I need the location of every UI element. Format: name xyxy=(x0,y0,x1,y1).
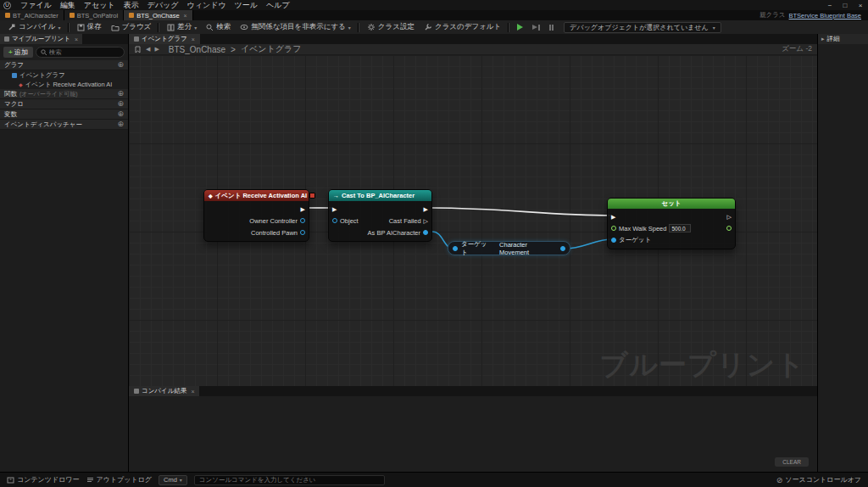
toolbar-separator xyxy=(509,23,509,32)
node-cast-to-bp-aicharacter[interactable]: → Cast To BP_AICharacter ▶ ▶ Object Cast… xyxy=(328,189,432,242)
exec-out-pin[interactable]: ▶ xyxy=(424,206,428,212)
compile-button[interactable]: コンパイル ▾ xyxy=(3,20,65,35)
find-button[interactable]: 検索 xyxy=(202,20,235,35)
breadcrumb-leaf[interactable]: イベントグラフ xyxy=(241,43,302,55)
data-wire-charmove-to-set[interactable] xyxy=(565,239,613,249)
graph-icon xyxy=(12,73,17,78)
menu-edit[interactable]: 編集 xyxy=(56,0,80,11)
stop-button[interactable] xyxy=(545,20,558,35)
node-header: セット xyxy=(608,199,735,209)
node-header: → Cast To BP_AICharacter xyxy=(329,190,431,201)
blueprint-searchbox xyxy=(36,47,125,58)
as-bp-aicharacter-pin[interactable] xyxy=(423,230,428,235)
add-variable-icon[interactable]: ⊕ xyxy=(117,110,124,118)
back-arrow-icon[interactable]: ◀ xyxy=(146,46,150,53)
close-icon[interactable]: × xyxy=(191,389,194,395)
max-walk-speed-out-pin[interactable] xyxy=(726,226,732,231)
content-drawer-button[interactable]: コンテンツドロワー xyxy=(7,475,80,484)
browse-label: ブラウズ xyxy=(122,22,152,32)
close-icon[interactable]: × xyxy=(75,36,78,42)
add-graph-icon[interactable]: ⊕ xyxy=(117,61,124,69)
add-function-icon[interactable]: ⊕ xyxy=(117,90,124,98)
tab-compile-results[interactable]: コンパイル結果 × xyxy=(129,386,199,396)
chevron-down-icon[interactable]: ▾ xyxy=(348,25,351,31)
save-button[interactable]: 保存 xyxy=(73,20,106,35)
menu-debug[interactable]: デバッグ xyxy=(143,0,183,11)
exec-out-pin[interactable]: ▷ xyxy=(727,214,732,220)
console-command-input[interactable] xyxy=(194,475,385,485)
menu-help[interactable]: ヘルプ xyxy=(262,0,294,11)
parent-class-link[interactable]: BTService Blueprint Base xyxy=(789,12,861,20)
add-dispatcher-icon[interactable]: ⊕ xyxy=(117,120,124,128)
chevron-down-icon[interactable]: ▾ xyxy=(194,25,197,31)
cast-failed-exec-pin[interactable]: ▷ xyxy=(424,218,428,224)
asset-icon xyxy=(5,13,10,18)
content-drawer-label: コンテンツドロワー xyxy=(17,475,80,484)
max-walk-speed-value-input[interactable] xyxy=(669,224,691,232)
source-control-status[interactable]: ⊘ ソースコントロールオフ xyxy=(776,475,861,484)
asset-tab-label: BT_AICharacter xyxy=(13,12,58,20)
asset-tab-bt-aicharacter[interactable]: BT_AICharacter xyxy=(0,10,64,20)
browse-button[interactable]: ブラウズ xyxy=(107,20,156,35)
forward-arrow-icon[interactable]: ▶ xyxy=(154,46,159,53)
graph-canvas[interactable]: ◆ イベント Receive Activation AI ▶ Owner Con… xyxy=(129,55,817,386)
asset-tab-bts-onpatrol[interactable]: BTS_OnPatrol xyxy=(64,10,124,20)
menu-tools[interactable]: ツール xyxy=(231,0,262,11)
owner-controller-pin[interactable] xyxy=(300,218,305,223)
exec-wire-cast-to-set[interactable] xyxy=(432,208,613,216)
hide-unrelated-button[interactable]: 無関係な項目を非表示にする ▾ xyxy=(236,20,355,35)
maximize-button[interactable]: □ xyxy=(837,2,853,9)
class-defaults-button[interactable]: クラスのデフォルト xyxy=(420,20,505,35)
target-pin[interactable] xyxy=(611,238,616,243)
chevron-down-icon[interactable]: ▾ xyxy=(58,25,61,31)
close-icon[interactable]: × xyxy=(192,36,195,42)
pin-label-as-bp-aicharacter: As BP AICharacter xyxy=(368,229,420,237)
close-button[interactable]: × xyxy=(853,2,868,9)
add-button[interactable]: + 追加 xyxy=(3,47,33,58)
exec-in-pin[interactable]: ▶ xyxy=(611,214,615,220)
graph-tab-label: イベントグラフ xyxy=(142,35,187,43)
item-eventgraph[interactable]: イベントグラフ xyxy=(0,70,128,80)
node-title: Cast To BP_AICharacter xyxy=(342,192,415,199)
clear-button[interactable]: CLEAR xyxy=(775,457,809,467)
item-event-receive-activation[interactable]: ◆ イベント Receive Activation AI xyxy=(0,80,128,89)
menu-window[interactable]: ウィンドウ xyxy=(183,0,231,11)
class-settings-button[interactable]: クラス設定 xyxy=(363,20,419,35)
tab-my-blueprint[interactable]: マイブループリント × xyxy=(0,34,82,44)
controlled-pawn-pin[interactable] xyxy=(300,230,305,235)
section-variables[interactable]: 変数 ⊕ xyxy=(0,109,128,120)
character-movement-out-pin[interactable] xyxy=(560,246,565,251)
output-log-button[interactable]: アウトプットログ xyxy=(86,475,153,484)
close-icon[interactable]: × xyxy=(184,13,187,19)
breadcrumb-root[interactable]: BTS_OnChase xyxy=(169,45,225,54)
asset-tab-bts-onchase[interactable]: BTS_OnChase × xyxy=(124,10,193,20)
menu-file[interactable]: ファイル xyxy=(16,0,56,11)
node-get-character-movement[interactable]: ターゲット Character Movement xyxy=(448,241,570,255)
exec-out-pin[interactable]: ▶ xyxy=(301,206,305,212)
blueprint-search-input[interactable] xyxy=(49,48,120,56)
details-header[interactable]: ▸ 詳細 xyxy=(818,34,868,44)
section-event-dispatchers[interactable]: イベントディスパッチャー ⊕ xyxy=(0,120,128,130)
add-macro-icon[interactable]: ⊕ xyxy=(117,100,124,108)
object-pin[interactable] xyxy=(332,218,337,223)
parent-class-label: 親クラス xyxy=(760,11,786,20)
minimize-button[interactable]: − xyxy=(822,2,837,9)
frame-skip-button[interactable] xyxy=(528,20,544,35)
cmd-dropdown[interactable]: Cmd ▾ xyxy=(159,475,187,485)
node-event-receive-activation-ai[interactable]: ◆ イベント Receive Activation AI ▶ Owner Con… xyxy=(203,189,309,242)
play-button[interactable] xyxy=(513,20,527,35)
target-in-pin[interactable] xyxy=(453,246,458,251)
diff-button[interactable]: 差分 ▾ xyxy=(163,20,201,35)
section-functions[interactable]: 関数 (オーバーライド可能) ⊕ xyxy=(0,89,128,99)
menu-asset[interactable]: アセット xyxy=(80,0,120,11)
debug-object-dropdown[interactable]: デバッグオブジェクトが選択されていません ▾ xyxy=(564,22,721,33)
max-walk-speed-pin[interactable] xyxy=(611,226,616,231)
section-macros[interactable]: マクロ ⊕ xyxy=(0,99,128,109)
bookmark-icon[interactable] xyxy=(134,46,142,53)
menu-view[interactable]: 表示 xyxy=(120,0,143,11)
section-hint: (オーバーライド可能) xyxy=(19,90,77,98)
section-graphs[interactable]: グラフ ⊕ xyxy=(0,60,128,70)
node-set-max-walk-speed[interactable]: セット ▶ ▷ Max Walk Speed ターゲット xyxy=(607,198,736,249)
exec-in-pin[interactable]: ▶ xyxy=(332,206,337,212)
menubar: U ファイル 編集 アセット 表示 デバッグ ウィンドウ ツール ヘルプ − □… xyxy=(0,0,868,10)
